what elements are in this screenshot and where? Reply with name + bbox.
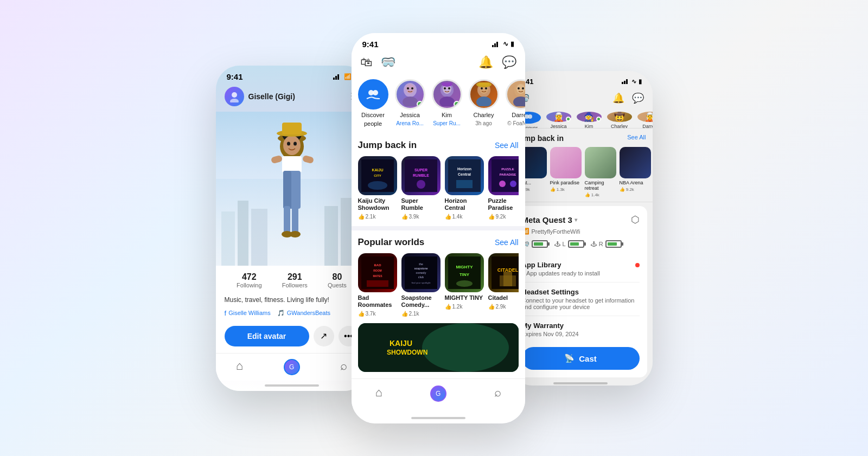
game-kaiju[interactable]: KAIJU CITY Kaiju City Showdown 👍 2.1k [358, 156, 397, 220]
world-mighty-tiny[interactable]: MIGHTY TINY MIGHTY TINY 👍 1.2k [445, 253, 484, 317]
world-citadel[interactable]: CITADEL Citadel 👍 2.9k [488, 253, 519, 317]
right-story-charley[interactable]: 🤠 Charley 3h ago [607, 112, 633, 124]
jump-back-games: KAIJU CITY Kaiju City Showdown 👍 2.1k [358, 156, 519, 220]
right-darrell-avatar: 🧝 + [637, 112, 653, 122]
puzzle-likes-icon: 👍 [488, 214, 495, 220]
svg-text:comedy: comedy [416, 271, 426, 274]
nav-search-center[interactable]: ⌕ [494, 386, 501, 402]
kaiju-icon: KAIJU CITY [358, 156, 397, 195]
game-horizon[interactable]: Horizon Central Horizon Central 👍 1.4k [445, 156, 484, 220]
avatar-icon-center: G [436, 390, 441, 397]
nav-avatar-left[interactable]: G [284, 359, 300, 375]
home-indicator-right [509, 382, 653, 385]
svg-rect-0 [333, 78, 335, 80]
warranty-text: My Warranty Expires Nov 09, 2024 [522, 322, 579, 337]
right-game-2[interactable]: Pink paradise 👍 1.3k [550, 147, 582, 197]
cast-icon: 📡 [564, 354, 575, 363]
kaiju-likes: 👍 2.1k [358, 214, 397, 220]
quest-app-library[interactable]: App Library 5 App updates ready to insta… [522, 255, 640, 282]
quest-chevron[interactable]: ▾ [575, 217, 577, 223]
bell-icon-right[interactable]: 🔔 [612, 92, 624, 104]
svg-rect-92 [503, 272, 512, 286]
svg-point-101 [528, 114, 532, 119]
svg-rect-78 [367, 280, 388, 287]
home-bar-left [265, 384, 319, 387]
cast-icon-small[interactable]: ⬡ [631, 214, 640, 226]
home-icon-left: ⌂ [236, 359, 243, 372]
quest-warranty[interactable]: My Warranty Expires Nov 09, 2024 [522, 316, 640, 343]
kaiju-likes-count: 2.1k [366, 214, 376, 220]
app-library-badge [635, 263, 640, 267]
charley-avatar [469, 79, 499, 110]
right-kim-online [596, 117, 601, 121]
rumble-likes-icon: 👍 [401, 214, 408, 220]
right-game-4-name: NBA Arena [620, 180, 651, 185]
featured-banner[interactable]: KAIJU SHOWDOWN [358, 323, 519, 372]
right-story-kim[interactable]: 🧙 Kim Super Ru... [576, 112, 602, 124]
right-game-3[interactable]: Camping retreat 👍 1.4k [585, 147, 616, 197]
popular-worlds-see-all[interactable]: See All [495, 238, 519, 247]
home-bar-center [411, 417, 465, 419]
soap-likes-icon: 👍 [401, 311, 408, 317]
music-link[interactable]: 🎵 GWandersBeats [277, 309, 330, 317]
right-game-3-name: Camping retreat [585, 180, 616, 191]
svg-rect-50 [478, 82, 489, 86]
following-label: Following [237, 282, 261, 288]
bad-likes: 👍 3.7k [358, 311, 397, 317]
wifi-icon-left: 📶 [344, 73, 352, 80]
story-kim[interactable]: Kim Super Ru... [432, 79, 462, 127]
quests-label: Quests [328, 282, 347, 288]
followers-label: Followers [282, 282, 308, 288]
share-button[interactable]: ↗ [314, 326, 334, 346]
chat-icon-right[interactable]: 💬 [632, 92, 644, 104]
nav-home-left[interactable]: ⌂ [236, 359, 243, 375]
world-bad-roommates[interactable]: BAD ROOM MATES Bad Roommates 👍 3.7k [358, 253, 397, 317]
bag-icon[interactable]: 🛍 [360, 55, 372, 69]
right-jump-section: Jump back in See All Creat... 👍 1.9k Pin… [509, 129, 653, 202]
quest-headset-settings[interactable]: Headset Settings Connect to your headset… [522, 282, 640, 316]
right-battery-bar [605, 240, 622, 248]
game-rumble[interactable]: SUPER RUMBLE Super Rumble 👍 3.9k [401, 156, 441, 220]
game-puzzle[interactable]: PUZZLE PARADISE Puzzle Paradise 👍 9.2k [488, 156, 519, 220]
right-story-darrell[interactable]: 🧝 + Darrell © FoaNa... [637, 112, 653, 124]
svg-rect-27 [270, 155, 282, 164]
chat-icon[interactable]: 💬 [502, 55, 516, 69]
story-charley[interactable]: Charley 3h ago [469, 79, 499, 127]
soap-name: Soapstone Comedy... [401, 294, 441, 309]
facebook-link[interactable]: f Giselle Williams [225, 309, 271, 317]
kaiju-likes-icon: 👍 [358, 214, 365, 220]
edit-avatar-button[interactable]: Edit avatar [225, 326, 309, 346]
vr-icon[interactable]: 🥽 [381, 55, 395, 69]
right-jessica-avatar: 🧝 [546, 112, 571, 122]
app-library-text: App Library 5 App updates ready to insta… [522, 261, 600, 277]
cast-button[interactable]: 📡 Cast [522, 347, 640, 370]
music-username: GWandersBeats [287, 310, 330, 316]
nav-avatar-center[interactable]: G [430, 386, 446, 402]
story-darrell[interactable]: + Darrell © FoaNa... [506, 79, 525, 127]
kim-sub: Super Ru... [433, 120, 461, 126]
svg-point-55 [522, 87, 524, 89]
featured-svg: KAIJU SHOWDOWN [358, 323, 519, 372]
story-discover[interactable]: Discover people [358, 79, 388, 127]
nav-search-left[interactable]: ⌕ [340, 359, 347, 375]
right-stories-row: Discover p... 🧝 Jessica Arena Ro... 🧙 Ki… [509, 108, 653, 129]
jump-back-see-all[interactable]: See All [495, 141, 519, 150]
svg-rect-97 [622, 82, 623, 84]
scroll-content[interactable]: Jump back in See All KAIJU CITY [352, 133, 525, 378]
svg-point-16 [287, 142, 290, 145]
right-jump-see-all[interactable]: See All [627, 134, 646, 143]
svg-point-17 [293, 142, 297, 145]
right-story-jessica[interactable]: 🧝 Jessica Arena Ro... [546, 112, 572, 124]
citadel-name: Citadel [488, 294, 519, 301]
nav-home-center[interactable]: ⌂ [375, 386, 382, 402]
kim-online [454, 101, 460, 107]
puzzle-icon: PUZZLE PARADISE [488, 156, 519, 195]
world-soapstone[interactable]: the soapstone comedy club find your spot… [401, 253, 441, 317]
signal-icon-right [622, 79, 629, 84]
bell-icon[interactable]: 🔔 [478, 55, 493, 69]
svg-rect-1 [335, 76, 337, 80]
story-jessica[interactable]: Jessica Arena Ro... [395, 79, 425, 127]
right-game-4[interactable]: NBA Arena 👍 9.2k [620, 147, 651, 197]
rumble-svg: SUPER RUMBLE [405, 159, 437, 192]
headset-settings-title: Headset Settings [522, 288, 640, 296]
